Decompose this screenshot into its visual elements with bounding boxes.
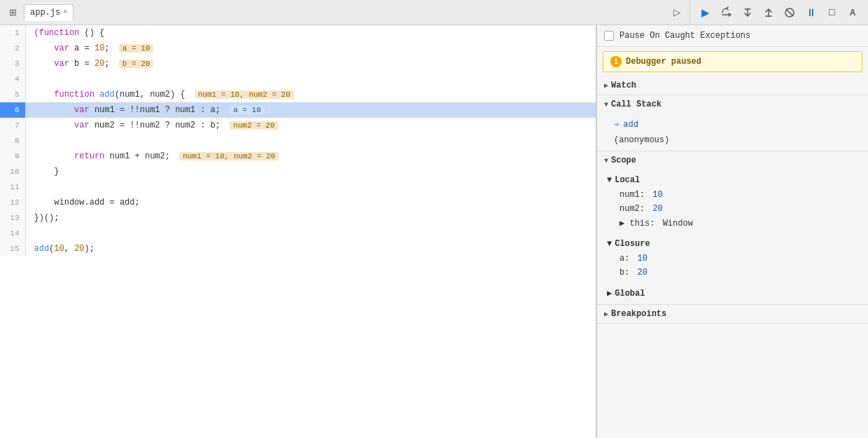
step-into-button[interactable] <box>738 3 757 22</box>
code-line-7: 7 var num2 = !!num2 ? num2 : b; num2 = 2… <box>0 118 596 133</box>
debug-toolbar: ▶ <box>690 0 868 25</box>
line-number-11[interactable]: 11 <box>0 179 25 195</box>
num2-val: 20 <box>652 204 662 214</box>
scope-triangle: ▼ <box>604 157 608 165</box>
code-line-3: 3 var b = 20; b = 20 <box>0 56 596 71</box>
breakpoints-triangle: ▶ <box>604 310 608 318</box>
local-label: Local <box>615 175 640 185</box>
deactivate-breakpoints-button[interactable] <box>780 3 799 22</box>
debugger-paused-label: Debugger paused <box>626 57 701 67</box>
scope-prop-num1[interactable]: num1: 10 <box>597 188 868 202</box>
call-stack-section: ▼ Call Stack ⇒ add (anonymous) <box>597 95 868 151</box>
async-callstacks-button[interactable]: A <box>843 3 862 22</box>
line-content-4 <box>25 71 596 87</box>
code-line-12: 12 window.add = add; <box>0 195 596 210</box>
b-val: 20 <box>638 268 648 278</box>
line-number-13[interactable]: 13 <box>0 210 25 226</box>
local-scope-header[interactable]: ▼ Local <box>597 172 868 188</box>
code-line-15: 15add(10, 20); <box>0 241 596 256</box>
pause-on-caught-checkbox[interactable] <box>604 31 614 41</box>
line-content-7: var num2 = !!num2 ? num2 : b; num2 = 20 <box>25 118 596 133</box>
scope-prop-num2[interactable]: num2: 20 <box>597 202 868 216</box>
line-number-9[interactable]: 9 <box>0 149 25 164</box>
line-content-15: add(10, 20); <box>25 241 596 256</box>
breakpoints-header[interactable]: ▶ Breakpoints <box>597 305 868 323</box>
local-triangle: ▼ <box>607 175 612 185</box>
watch-triangle: ▶ <box>604 81 608 90</box>
scope-prop-a[interactable]: a: 10 <box>597 252 868 266</box>
line-number-6[interactable]: 6 <box>0 102 25 118</box>
line-number-10[interactable]: 10 <box>0 164 25 179</box>
scope-section: ▼ Scope ▼ Local num1: 10 num2: 20 ▶ t <box>597 151 868 305</box>
line-content-10: } <box>25 164 596 179</box>
b-key: b: <box>620 268 629 278</box>
call-stack-header[interactable]: ▼ Call Stack <box>597 95 868 114</box>
callstack-fn-add: add <box>623 120 638 130</box>
callstack-triangle: ▼ <box>604 101 608 109</box>
scope-label: Scope <box>611 156 636 165</box>
collapse-sidebar-button[interactable]: ⊞ <box>4 4 21 21</box>
num1-val: 10 <box>652 190 662 200</box>
global-label: Global <box>615 289 645 299</box>
resume-button[interactable]: ▶ <box>696 3 715 22</box>
line-content-11 <box>25 179 596 195</box>
callstack-item-anonymous[interactable]: (anonymous) <box>597 132 868 148</box>
line-number-5[interactable]: 5 <box>0 87 25 102</box>
line-number-8[interactable]: 8 <box>0 133 25 149</box>
debugger-paused-banner: i Debugger paused <box>603 51 862 72</box>
local-scope: ▼ Local num1: 10 num2: 20 ▶ this: Window <box>597 170 868 233</box>
code-line-11: 11 <box>0 179 596 195</box>
line-content-9: return num1 + num2; num1 = 10, num2 = 20 <box>25 149 596 164</box>
callstack-fn-anonymous: (anonymous) <box>614 135 669 145</box>
tab-close-button[interactable]: × <box>63 8 67 16</box>
code-line-13: 13})(); <box>0 210 596 226</box>
closure-scope-header[interactable]: ▼ Closure <box>597 236 868 252</box>
num1-key: num1: <box>620 190 645 200</box>
tab-label: app.js <box>30 8 60 18</box>
global-triangle: ▶ <box>607 288 612 299</box>
step-out-button[interactable] <box>759 3 778 22</box>
code-line-14: 14 <box>0 226 596 241</box>
line-number-3[interactable]: 3 <box>0 56 25 71</box>
line-number-12[interactable]: 12 <box>0 195 25 210</box>
callstack-item-add[interactable]: ⇒ add <box>597 116 868 132</box>
line-content-5: function add(num1, num2) { num1 = 10, nu… <box>25 87 596 102</box>
line-number-2[interactable]: 2 <box>0 41 25 56</box>
line-number-7[interactable]: 7 <box>0 118 25 133</box>
watch-section-header[interactable]: ▶ Watch <box>597 76 868 95</box>
step-over-button[interactable] <box>717 3 736 22</box>
line-number-4[interactable]: 4 <box>0 71 25 87</box>
info-icon: i <box>610 56 622 67</box>
a-key: a: <box>620 254 629 264</box>
global-scope: ▶ Global <box>597 282 868 304</box>
file-tab-appjs[interactable]: app.js × <box>24 4 74 21</box>
pause-button[interactable]: ⏸ <box>801 3 820 22</box>
code-line-8: 8 <box>0 133 596 149</box>
this-key: ▶ this: <box>620 219 654 228</box>
breakpoints-section: ▶ Breakpoints <box>597 305 868 324</box>
watch-label: Watch <box>611 81 636 90</box>
line-number-15[interactable]: 15 <box>0 241 25 256</box>
code-line-1: 1(function () { <box>0 25 596 41</box>
line-number-1[interactable]: 1 <box>0 25 25 41</box>
drawer-button[interactable]: ☐ <box>822 3 841 22</box>
callstack-arrow: ⇒ <box>614 119 619 130</box>
run-snippet-button[interactable]: ▷ <box>668 4 685 21</box>
line-content-2: var a = 10; a = 10 <box>25 41 596 56</box>
line-content-12: window.add = add; <box>25 195 596 210</box>
pause-on-caught-label: Pause On Caught Exceptions <box>620 31 750 41</box>
line-number-14[interactable]: 14 <box>0 226 25 241</box>
scope-prop-b[interactable]: b: 20 <box>597 266 868 280</box>
line-content-14 <box>25 226 596 241</box>
global-scope-header[interactable]: ▶ Global <box>597 285 868 301</box>
scope-prop-this[interactable]: ▶ this: Window <box>597 216 868 231</box>
call-stack-label: Call Stack <box>611 100 662 109</box>
right-panel: Pause On Caught Exceptions i Debugger pa… <box>596 25 868 438</box>
code-line-6: 6 var num1 = !!num1 ? num1 : a; a = 10 <box>0 102 596 118</box>
this-val: Window <box>663 219 693 228</box>
closure-triangle: ▼ <box>607 239 612 249</box>
scope-header[interactable]: ▼ Scope <box>597 151 868 170</box>
line-content-1: (function () { <box>25 25 596 41</box>
line-content-3: var b = 20; b = 20 <box>25 56 596 71</box>
code-line-9: 9 return num1 + num2; num1 = 10, num2 = … <box>0 149 596 164</box>
